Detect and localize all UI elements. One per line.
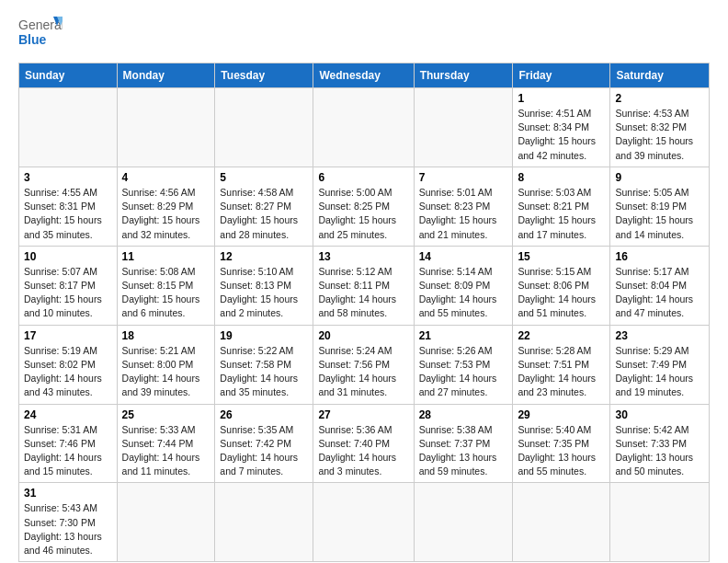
- calendar-cell: 27Sunrise: 5:36 AM Sunset: 7:40 PM Dayli…: [313, 404, 414, 483]
- calendar-cell: 20Sunrise: 5:24 AM Sunset: 7:56 PM Dayli…: [313, 325, 414, 404]
- day-info: Sunrise: 5:28 AM Sunset: 7:51 PM Dayligh…: [518, 344, 605, 400]
- calendar-cell: 19Sunrise: 5:22 AM Sunset: 7:58 PM Dayli…: [215, 325, 313, 404]
- calendar-cell: 1Sunrise: 4:51 AM Sunset: 8:34 PM Daylig…: [513, 88, 610, 167]
- day-info: Sunrise: 5:10 AM Sunset: 8:13 PM Dayligh…: [220, 265, 308, 321]
- calendar-week-row: 3Sunrise: 4:55 AM Sunset: 8:31 PM Daylig…: [19, 167, 710, 246]
- day-number: 21: [419, 329, 508, 342]
- calendar-cell: [117, 483, 215, 562]
- day-info: Sunrise: 5:22 AM Sunset: 7:58 PM Dayligh…: [220, 344, 308, 400]
- weekday-header-friday: Friday: [513, 63, 610, 88]
- day-info: Sunrise: 5:01 AM Sunset: 8:23 PM Dayligh…: [419, 186, 508, 242]
- svg-text:Blue: Blue: [18, 32, 47, 47]
- calendar-cell: [215, 483, 313, 562]
- day-info: Sunrise: 5:17 AM Sunset: 8:04 PM Dayligh…: [615, 265, 704, 321]
- calendar-cell: 9Sunrise: 5:05 AM Sunset: 8:19 PM Daylig…: [610, 167, 710, 246]
- day-number: 7: [419, 171, 508, 184]
- day-info: Sunrise: 5:21 AM Sunset: 8:00 PM Dayligh…: [122, 344, 210, 400]
- calendar-cell: 21Sunrise: 5:26 AM Sunset: 7:53 PM Dayli…: [414, 325, 513, 404]
- calendar-cell: [313, 88, 414, 167]
- day-info: Sunrise: 4:56 AM Sunset: 8:29 PM Dayligh…: [122, 186, 210, 242]
- logo: General Blue: [18, 15, 63, 53]
- day-number: 24: [24, 408, 112, 421]
- day-number: 18: [122, 329, 210, 342]
- day-info: Sunrise: 5:29 AM Sunset: 7:49 PM Dayligh…: [615, 344, 704, 400]
- logo-svg: General Blue: [18, 15, 63, 53]
- day-info: Sunrise: 5:31 AM Sunset: 7:46 PM Dayligh…: [24, 423, 112, 479]
- day-number: 13: [318, 250, 408, 263]
- day-info: Sunrise: 5:36 AM Sunset: 7:40 PM Dayligh…: [318, 423, 408, 479]
- day-info: Sunrise: 5:42 AM Sunset: 7:33 PM Dayligh…: [615, 423, 704, 479]
- day-info: Sunrise: 5:05 AM Sunset: 8:19 PM Dayligh…: [615, 186, 704, 242]
- calendar-cell: 11Sunrise: 5:08 AM Sunset: 8:15 PM Dayli…: [117, 246, 215, 325]
- calendar-cell: 22Sunrise: 5:28 AM Sunset: 7:51 PM Dayli…: [513, 325, 610, 404]
- day-number: 8: [518, 171, 605, 184]
- calendar-cell: 2Sunrise: 4:53 AM Sunset: 8:32 PM Daylig…: [610, 88, 710, 167]
- weekday-header-row: SundayMondayTuesdayWednesdayThursdayFrid…: [19, 63, 710, 88]
- calendar-cell: 25Sunrise: 5:33 AM Sunset: 7:44 PM Dayli…: [117, 404, 215, 483]
- calendar-cell: [313, 483, 414, 562]
- day-info: Sunrise: 5:03 AM Sunset: 8:21 PM Dayligh…: [518, 186, 605, 242]
- day-number: 3: [24, 171, 112, 184]
- calendar-week-row: 24Sunrise: 5:31 AM Sunset: 7:46 PM Dayli…: [19, 404, 710, 483]
- day-info: Sunrise: 4:55 AM Sunset: 8:31 PM Dayligh…: [24, 186, 112, 242]
- day-info: Sunrise: 5:19 AM Sunset: 8:02 PM Dayligh…: [24, 344, 112, 400]
- calendar-cell: 28Sunrise: 5:38 AM Sunset: 7:37 PM Dayli…: [414, 404, 513, 483]
- weekday-header-thursday: Thursday: [414, 63, 513, 88]
- day-number: 29: [518, 408, 605, 421]
- calendar-cell: [215, 88, 313, 167]
- day-number: 12: [220, 250, 308, 263]
- page-header: General Blue: [18, 15, 710, 53]
- day-number: 14: [419, 250, 508, 263]
- day-info: Sunrise: 5:24 AM Sunset: 7:56 PM Dayligh…: [318, 344, 408, 400]
- day-number: 16: [615, 250, 704, 263]
- day-number: 2: [615, 92, 704, 105]
- day-number: 15: [518, 250, 605, 263]
- day-info: Sunrise: 4:58 AM Sunset: 8:27 PM Dayligh…: [220, 186, 308, 242]
- calendar-week-row: 10Sunrise: 5:07 AM Sunset: 8:17 PM Dayli…: [19, 246, 710, 325]
- weekday-header-monday: Monday: [117, 63, 215, 88]
- calendar-cell: 10Sunrise: 5:07 AM Sunset: 8:17 PM Dayli…: [19, 246, 118, 325]
- day-number: 11: [122, 250, 210, 263]
- calendar-cell: 18Sunrise: 5:21 AM Sunset: 8:00 PM Dayli…: [117, 325, 215, 404]
- calendar-cell: 30Sunrise: 5:42 AM Sunset: 7:33 PM Dayli…: [610, 404, 710, 483]
- day-info: Sunrise: 5:26 AM Sunset: 7:53 PM Dayligh…: [419, 344, 508, 400]
- calendar-cell: [414, 88, 513, 167]
- day-number: 26: [220, 408, 308, 421]
- day-info: Sunrise: 4:51 AM Sunset: 8:34 PM Dayligh…: [518, 107, 605, 163]
- day-info: Sunrise: 5:15 AM Sunset: 8:06 PM Dayligh…: [518, 265, 605, 321]
- day-info: Sunrise: 5:38 AM Sunset: 7:37 PM Dayligh…: [419, 423, 508, 479]
- day-info: Sunrise: 5:08 AM Sunset: 8:15 PM Dayligh…: [122, 265, 210, 321]
- day-info: Sunrise: 5:33 AM Sunset: 7:44 PM Dayligh…: [122, 423, 210, 479]
- day-number: 27: [318, 408, 408, 421]
- calendar-cell: 31Sunrise: 5:43 AM Sunset: 7:30 PM Dayli…: [19, 483, 118, 562]
- weekday-header-saturday: Saturday: [610, 63, 710, 88]
- calendar-week-row: 17Sunrise: 5:19 AM Sunset: 8:02 PM Dayli…: [19, 325, 710, 404]
- weekday-header-wednesday: Wednesday: [313, 63, 414, 88]
- calendar-cell: [117, 88, 215, 167]
- calendar-week-row: 31Sunrise: 5:43 AM Sunset: 7:30 PM Dayli…: [19, 483, 710, 562]
- day-number: 4: [122, 171, 210, 184]
- calendar-cell: 7Sunrise: 5:01 AM Sunset: 8:23 PM Daylig…: [414, 167, 513, 246]
- weekday-header-tuesday: Tuesday: [215, 63, 313, 88]
- calendar-cell: 23Sunrise: 5:29 AM Sunset: 7:49 PM Dayli…: [610, 325, 710, 404]
- calendar-cell: 29Sunrise: 5:40 AM Sunset: 7:35 PM Dayli…: [513, 404, 610, 483]
- calendar-cell: [414, 483, 513, 562]
- day-number: 9: [615, 171, 704, 184]
- calendar-cell: 6Sunrise: 5:00 AM Sunset: 8:25 PM Daylig…: [313, 167, 414, 246]
- calendar-cell: 24Sunrise: 5:31 AM Sunset: 7:46 PM Dayli…: [19, 404, 118, 483]
- day-info: Sunrise: 5:35 AM Sunset: 7:42 PM Dayligh…: [220, 423, 308, 479]
- calendar-cell: 5Sunrise: 4:58 AM Sunset: 8:27 PM Daylig…: [215, 167, 313, 246]
- calendar-cell: 12Sunrise: 5:10 AM Sunset: 8:13 PM Dayli…: [215, 246, 313, 325]
- day-number: 5: [220, 171, 308, 184]
- day-number: 10: [24, 250, 112, 263]
- calendar-cell: 8Sunrise: 5:03 AM Sunset: 8:21 PM Daylig…: [513, 167, 610, 246]
- day-number: 19: [220, 329, 308, 342]
- calendar-cell: 14Sunrise: 5:14 AM Sunset: 8:09 PM Dayli…: [414, 246, 513, 325]
- day-info: Sunrise: 5:07 AM Sunset: 8:17 PM Dayligh…: [24, 265, 112, 321]
- calendar-cell: 26Sunrise: 5:35 AM Sunset: 7:42 PM Dayli…: [215, 404, 313, 483]
- day-number: 30: [615, 408, 704, 421]
- calendar-cell: 4Sunrise: 4:56 AM Sunset: 8:29 PM Daylig…: [117, 167, 215, 246]
- day-number: 1: [518, 92, 605, 105]
- day-number: 25: [122, 408, 210, 421]
- calendar-week-row: 1Sunrise: 4:51 AM Sunset: 8:34 PM Daylig…: [19, 88, 710, 167]
